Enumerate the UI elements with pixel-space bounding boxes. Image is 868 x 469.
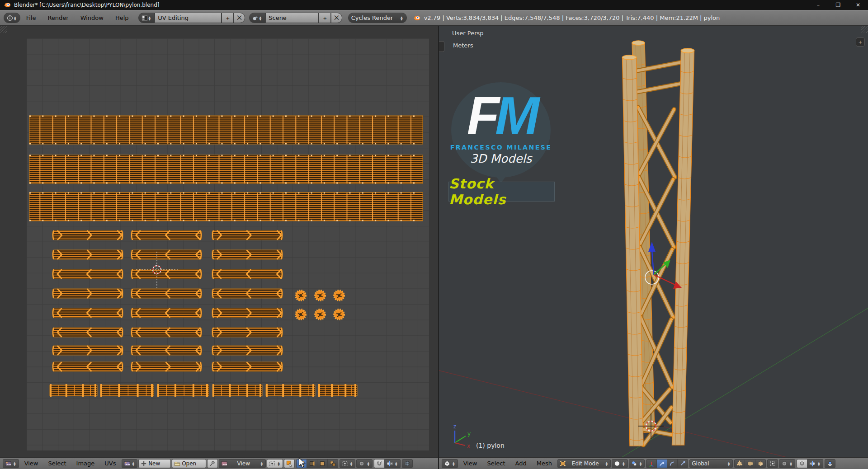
edge-mode-icon <box>309 460 315 467</box>
tool-shelf-toggle[interactable] <box>439 41 444 52</box>
logo-letter-f: F <box>467 90 495 141</box>
dropdown-arrows-icon: ▲▼ <box>13 461 17 466</box>
scene-icon-button[interactable]: ▲▼ <box>249 13 266 23</box>
scale-arrow-icon <box>679 460 686 467</box>
maximize-icon[interactable]: ❐ <box>828 0 848 10</box>
proportional-edit-icon <box>781 460 788 467</box>
v3d-menu-add[interactable]: Add <box>510 460 532 467</box>
edit-mode-icon <box>560 460 566 467</box>
image-view-label: View <box>237 460 250 467</box>
v3d-menu-mesh[interactable]: Mesh <box>532 460 557 467</box>
axis-gizmo-icon <box>648 460 655 467</box>
folder-icon <box>174 460 180 467</box>
image-thumb-icon <box>221 460 227 467</box>
menu-window[interactable]: Window <box>75 14 109 21</box>
uv-select-island-button[interactable] <box>328 459 338 468</box>
island-mode-icon <box>330 460 336 467</box>
mesh-select-edge-button[interactable] <box>745 459 755 468</box>
uv-other-objects-button[interactable] <box>402 459 413 468</box>
uv-menu-select[interactable]: Select <box>43 460 71 467</box>
viewport-3d[interactable]: zyx User Persp Meters ＋ F M FRANCESCO MI… <box>439 26 868 457</box>
shading-sphere-icon <box>614 460 620 467</box>
mesh-select-face-button[interactable] <box>755 459 766 468</box>
delete-screen-layout-button[interactable]: ⨉ <box>234 13 245 23</box>
image-view-dropdown[interactable]: View ▲▼ <box>219 459 266 468</box>
new-image-label: New <box>148 460 160 467</box>
uv-snap-target-dropdown[interactable]: ▲▼ <box>385 459 401 468</box>
dropdown-arrows-icon: ▲▼ <box>789 461 793 466</box>
dropdown-arrows-icon: ▲▼ <box>132 461 136 466</box>
snap-element-dropdown[interactable]: ▲▼ <box>807 459 823 468</box>
manipulator-axis-button[interactable] <box>646 459 657 468</box>
uv-menu-uvs[interactable]: UVs <box>99 460 121 467</box>
menu-render[interactable]: Render <box>42 14 74 21</box>
proportional-edit-dropdown[interactable]: ▲▼ <box>779 459 795 468</box>
uv-menu-image[interactable]: Image <box>71 460 100 467</box>
close-x-icon: ⨉ <box>334 14 339 22</box>
editor-type-button-uv[interactable]: ▲▼ <box>3 459 19 468</box>
dropdown-arrows-icon: ▲▼ <box>277 461 281 466</box>
scene-selector[interactable]: Scene <box>265 13 319 23</box>
editor-type-button-3d[interactable]: ▲▼ <box>442 459 458 468</box>
svg-text:x: x <box>467 443 470 449</box>
proportional-edit-icon <box>359 460 365 467</box>
pin-image-button[interactable] <box>207 459 218 468</box>
uv-snap-toggle[interactable] <box>374 459 385 468</box>
screen-layout-icon-button[interactable]: ▲▼ <box>138 13 155 23</box>
dropdown-arrows-icon: ▲▼ <box>394 461 398 466</box>
mesh-select-vertex-button[interactable] <box>734 459 745 468</box>
add-screen-layout-button[interactable]: ＋ <box>222 13 234 23</box>
menu-help[interactable]: Help <box>109 14 135 21</box>
plus-icon <box>141 460 147 467</box>
render-border-button[interactable] <box>825 459 835 468</box>
manipulator-rotate-button[interactable] <box>667 459 678 468</box>
snap-toggle[interactable] <box>797 459 807 468</box>
screen-layout-selector[interactable]: UV Editing <box>155 13 222 23</box>
fm-logo: F M FRANCESCO MILANESE 3D Models <box>451 82 551 178</box>
editor-type-button-info[interactable]: ▲▼ <box>4 13 20 23</box>
open-image-button[interactable]: Open <box>172 459 206 468</box>
mode-label: Edit Mode <box>572 460 599 467</box>
uv-select-edge-button[interactable] <box>307 459 317 468</box>
uv-menu-view[interactable]: View <box>19 460 43 467</box>
uv-image-editor[interactable] <box>0 26 438 457</box>
limit-selection-visible-button[interactable] <box>767 459 778 468</box>
editor-corner-grip[interactable] <box>861 26 868 33</box>
blender-logo-icon <box>4 2 11 8</box>
orientation-dropdown[interactable]: Global ▲▼ <box>689 459 733 468</box>
svg-text:y: y <box>467 431 471 437</box>
v3d-menu-select[interactable]: Select <box>482 460 510 467</box>
manipulator-translate-button[interactable] <box>657 459 667 468</box>
uv-pivot-button[interactable]: ▲▼ <box>267 459 283 468</box>
sticky-select-dropdown[interactable]: ▲▼ <box>340 459 356 468</box>
mode-dropdown[interactable]: Edit Mode ▲▼ <box>557 459 611 468</box>
uv-snap-group: ▲▼ <box>374 459 401 468</box>
menu-file[interactable]: File <box>20 14 42 21</box>
dropdown-arrows-icon: ▲▼ <box>148 16 152 20</box>
rotate-arc-icon <box>669 460 675 467</box>
viewport-view-label: User Persp <box>452 30 484 37</box>
uv-canvas[interactable] <box>27 38 429 450</box>
manipulator-scale-button[interactable] <box>678 459 688 468</box>
pivot-target-icon <box>269 460 275 467</box>
close-icon[interactable]: ✕ <box>848 0 868 10</box>
browse-image-button[interactable]: ▲▼ <box>122 459 138 468</box>
dropdown-arrows-icon: ▲▼ <box>349 461 354 466</box>
render-engine-selector[interactable]: Cycles Render ▲▼ <box>348 13 407 23</box>
uv-sync-select-toggle[interactable] <box>284 459 295 468</box>
editor-corner-grip[interactable] <box>0 26 7 33</box>
minimize-icon[interactable]: – <box>808 0 828 10</box>
new-image-button[interactable]: New <box>138 459 171 468</box>
uv-select-face-button[interactable] <box>317 459 328 468</box>
v3d-menu-view[interactable]: View <box>458 460 482 467</box>
uv-proportional-edit-dropdown[interactable]: ▲▼ <box>356 459 373 468</box>
properties-panel-toggle[interactable]: ＋ <box>856 38 865 47</box>
svg-text:z: z <box>453 423 456 430</box>
manipulator-group <box>646 459 688 468</box>
add-scene-button[interactable]: ＋ <box>319 13 331 23</box>
delete-scene-button[interactable]: ⨉ <box>331 13 342 23</box>
pivot-point-dropdown[interactable]: ▲▼ <box>629 459 645 468</box>
dropdown-arrows-icon: ▲▼ <box>259 461 264 466</box>
view3d-header: ▲▼ View Select Add Mesh Edit Mode ▲▼ ▲▼ … <box>439 457 868 469</box>
viewport-shading-dropdown[interactable]: ▲▼ <box>612 459 628 468</box>
